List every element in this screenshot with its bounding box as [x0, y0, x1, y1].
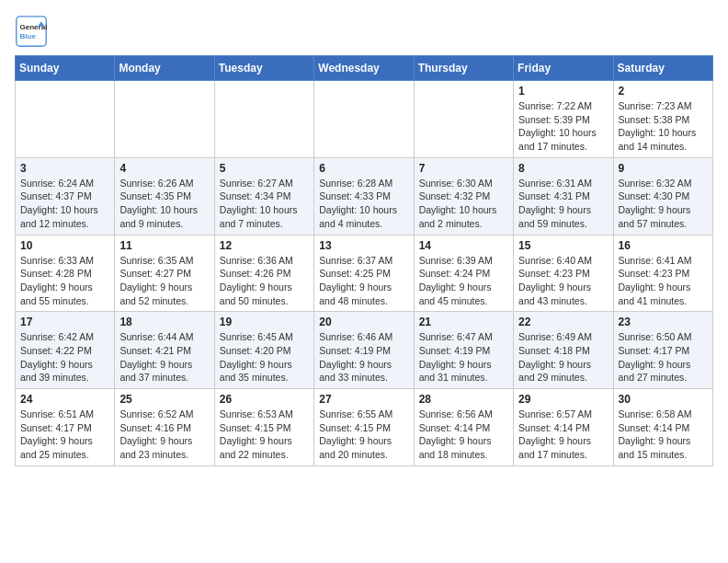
calendar-week-1: 1Sunrise: 7:22 AM Sunset: 5:39 PM Daylig… [16, 81, 713, 158]
calendar-week-4: 17Sunrise: 6:42 AM Sunset: 4:22 PM Dayli… [16, 312, 713, 389]
calendar-cell: 15Sunrise: 6:40 AM Sunset: 4:23 PM Dayli… [514, 235, 613, 312]
calendar-cell [16, 81, 115, 158]
calendar-cell: 16Sunrise: 6:41 AM Sunset: 4:23 PM Dayli… [613, 235, 712, 312]
calendar-cell: 28Sunrise: 6:56 AM Sunset: 4:14 PM Dayli… [414, 389, 513, 466]
day-info: Sunrise: 6:46 AM Sunset: 4:19 PM Dayligh… [319, 330, 408, 385]
day-info: Sunrise: 6:47 AM Sunset: 4:19 PM Dayligh… [419, 330, 508, 385]
calendar-cell: 7Sunrise: 6:30 AM Sunset: 4:32 PM Daylig… [414, 157, 513, 235]
day-info: Sunrise: 6:39 AM Sunset: 4:24 PM Dayligh… [419, 254, 508, 308]
day-info: Sunrise: 6:24 AM Sunset: 4:37 PM Dayligh… [20, 177, 109, 231]
day-number: 19 [220, 316, 309, 328]
day-number: 17 [20, 316, 109, 328]
day-info: Sunrise: 6:35 AM Sunset: 4:27 PM Dayligh… [119, 254, 209, 308]
day-info: Sunrise: 6:44 AM Sunset: 4:21 PM Dayligh… [119, 330, 209, 385]
calendar-cell [314, 81, 414, 158]
weekday-header-sunday: Sunday [16, 56, 115, 81]
logo-icon: General Blue [15, 15, 48, 48]
calendar-cell: 19Sunrise: 6:45 AM Sunset: 4:20 PM Dayli… [214, 312, 313, 389]
calendar-cell: 24Sunrise: 6:51 AM Sunset: 4:17 PM Dayli… [16, 389, 115, 466]
day-number: 13 [319, 239, 408, 252]
calendar-cell: 1Sunrise: 7:22 AM Sunset: 5:39 PM Daylig… [514, 81, 613, 158]
day-info: Sunrise: 7:22 AM Sunset: 5:39 PM Dayligh… [518, 99, 608, 154]
day-number: 10 [20, 239, 109, 252]
calendar-cell: 4Sunrise: 6:26 AM Sunset: 4:35 PM Daylig… [115, 157, 214, 235]
calendar-cell: 22Sunrise: 6:49 AM Sunset: 4:18 PM Dayli… [514, 312, 613, 389]
day-number: 27 [319, 393, 408, 406]
day-info: Sunrise: 6:31 AM Sunset: 4:31 PM Dayligh… [518, 177, 608, 231]
day-number: 15 [518, 239, 608, 252]
calendar-cell: 11Sunrise: 6:35 AM Sunset: 4:27 PM Dayli… [115, 235, 214, 312]
calendar-cell [414, 81, 513, 158]
calendar-cell: 30Sunrise: 6:58 AM Sunset: 4:14 PM Dayli… [613, 389, 712, 466]
calendar-cell: 9Sunrise: 6:32 AM Sunset: 4:30 PM Daylig… [613, 157, 712, 235]
calendar-week-3: 10Sunrise: 6:33 AM Sunset: 4:28 PM Dayli… [16, 235, 713, 312]
day-number: 16 [619, 239, 708, 252]
day-info: Sunrise: 6:52 AM Sunset: 4:16 PM Dayligh… [119, 408, 209, 462]
calendar-cell: 5Sunrise: 6:27 AM Sunset: 4:34 PM Daylig… [214, 157, 313, 235]
day-number: 12 [220, 239, 309, 252]
day-info: Sunrise: 6:40 AM Sunset: 4:23 PM Dayligh… [518, 254, 608, 308]
weekday-header-monday: Monday [115, 56, 214, 81]
day-number: 28 [419, 393, 508, 406]
weekday-header-wednesday: Wednesday [314, 56, 414, 81]
day-info: Sunrise: 6:42 AM Sunset: 4:22 PM Dayligh… [20, 330, 109, 385]
day-number: 22 [518, 316, 608, 328]
day-number: 11 [119, 239, 209, 252]
day-number: 3 [20, 162, 109, 175]
calendar-cell: 17Sunrise: 6:42 AM Sunset: 4:22 PM Dayli… [16, 312, 115, 389]
day-number: 9 [619, 162, 708, 175]
day-info: Sunrise: 6:50 AM Sunset: 4:17 PM Dayligh… [619, 330, 708, 385]
day-info: Sunrise: 6:56 AM Sunset: 4:14 PM Dayligh… [419, 408, 508, 462]
day-info: Sunrise: 6:51 AM Sunset: 4:17 PM Dayligh… [20, 408, 109, 462]
day-info: Sunrise: 6:37 AM Sunset: 4:25 PM Dayligh… [319, 254, 408, 308]
day-number: 24 [20, 393, 109, 406]
day-info: Sunrise: 6:36 AM Sunset: 4:26 PM Dayligh… [220, 254, 309, 308]
svg-text:Blue: Blue [19, 32, 36, 40]
weekday-header-saturday: Saturday [613, 56, 712, 81]
day-number: 2 [619, 85, 708, 98]
day-info: Sunrise: 6:27 AM Sunset: 4:34 PM Dayligh… [220, 177, 309, 231]
calendar-body: 1Sunrise: 7:22 AM Sunset: 5:39 PM Daylig… [16, 81, 713, 466]
day-info: Sunrise: 6:57 AM Sunset: 4:14 PM Dayligh… [518, 408, 608, 462]
calendar-cell: 21Sunrise: 6:47 AM Sunset: 4:19 PM Dayli… [414, 312, 513, 389]
day-info: Sunrise: 6:28 AM Sunset: 4:33 PM Dayligh… [319, 177, 408, 231]
day-info: Sunrise: 6:32 AM Sunset: 4:30 PM Dayligh… [619, 177, 708, 231]
calendar-cell: 20Sunrise: 6:46 AM Sunset: 4:19 PM Dayli… [314, 312, 414, 389]
weekday-header-friday: Friday [514, 56, 613, 81]
calendar-cell: 18Sunrise: 6:44 AM Sunset: 4:21 PM Dayli… [115, 312, 214, 389]
calendar-cell: 2Sunrise: 7:23 AM Sunset: 5:38 PM Daylig… [613, 81, 712, 158]
calendar-cell: 3Sunrise: 6:24 AM Sunset: 4:37 PM Daylig… [16, 157, 115, 235]
calendar-week-5: 24Sunrise: 6:51 AM Sunset: 4:17 PM Dayli… [16, 389, 713, 466]
day-number: 20 [319, 316, 408, 328]
day-number: 18 [119, 316, 209, 328]
day-number: 21 [419, 316, 508, 328]
day-number: 14 [419, 239, 508, 252]
day-number: 6 [319, 162, 408, 175]
calendar-cell: 29Sunrise: 6:57 AM Sunset: 4:14 PM Dayli… [514, 389, 613, 466]
day-info: Sunrise: 6:30 AM Sunset: 4:32 PM Dayligh… [419, 177, 508, 231]
day-number: 23 [619, 316, 708, 328]
calendar-cell: 8Sunrise: 6:31 AM Sunset: 4:31 PM Daylig… [514, 157, 613, 235]
calendar-cell [214, 81, 313, 158]
calendar-cell: 23Sunrise: 6:50 AM Sunset: 4:17 PM Dayli… [613, 312, 712, 389]
calendar-cell: 25Sunrise: 6:52 AM Sunset: 4:16 PM Dayli… [115, 389, 214, 466]
calendar-cell: 12Sunrise: 6:36 AM Sunset: 4:26 PM Dayli… [214, 235, 313, 312]
calendar-cell: 10Sunrise: 6:33 AM Sunset: 4:28 PM Dayli… [16, 235, 115, 312]
page-header: General Blue [15, 15, 713, 48]
weekday-header-thursday: Thursday [414, 56, 513, 81]
day-info: Sunrise: 6:53 AM Sunset: 4:15 PM Dayligh… [220, 408, 309, 462]
day-info: Sunrise: 6:49 AM Sunset: 4:18 PM Dayligh… [518, 330, 608, 385]
day-info: Sunrise: 6:58 AM Sunset: 4:14 PM Dayligh… [619, 408, 708, 462]
calendar-cell: 6Sunrise: 6:28 AM Sunset: 4:33 PM Daylig… [314, 157, 414, 235]
day-number: 26 [220, 393, 309, 406]
day-number: 30 [619, 393, 708, 406]
day-number: 29 [518, 393, 608, 406]
calendar-week-2: 3Sunrise: 6:24 AM Sunset: 4:37 PM Daylig… [16, 157, 713, 235]
day-info: Sunrise: 6:26 AM Sunset: 4:35 PM Dayligh… [119, 177, 209, 231]
day-info: Sunrise: 7:23 AM Sunset: 5:38 PM Dayligh… [619, 99, 708, 154]
day-info: Sunrise: 6:45 AM Sunset: 4:20 PM Dayligh… [220, 330, 309, 385]
calendar-cell: 26Sunrise: 6:53 AM Sunset: 4:15 PM Dayli… [214, 389, 313, 466]
day-number: 1 [518, 85, 608, 98]
day-info: Sunrise: 6:41 AM Sunset: 4:23 PM Dayligh… [619, 254, 708, 308]
calendar-table: SundayMondayTuesdayWednesdayThursdayFrid… [15, 55, 713, 466]
